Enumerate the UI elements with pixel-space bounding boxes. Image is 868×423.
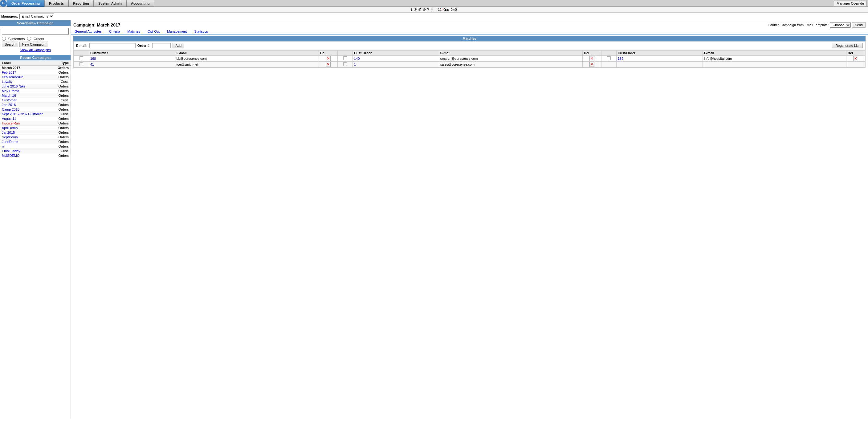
campaign-link[interactable]: FebDemoN02 [2,75,23,79]
show-all-campaigns-link[interactable]: Show All Campaigns [2,48,69,52]
search-button[interactable]: Search [2,41,18,47]
campaign-link[interactable]: Camp 2015 [2,107,20,111]
clock-icon[interactable]: ⏱ [418,7,422,12]
cust-order-link-3-0[interactable]: 189 [618,57,623,60]
search-input[interactable] [2,28,69,35]
list-item[interactable]: Camp 2015Orders [0,107,70,112]
orders-radio[interactable] [27,37,31,41]
launch-template-select[interactable]: Choose [830,22,851,28]
campaign-link[interactable]: AprilDemo [2,126,18,130]
del-cell-3-1 [846,62,865,67]
check-cell-1-0[interactable] [74,56,89,62]
cust-order-cell-2-1: 1 [352,62,439,67]
tab-statistics[interactable]: Statistics [193,29,209,34]
del-cell-1-1: ✕ [319,62,338,67]
campaign-link[interactable]: August11 [2,117,16,121]
customers-radio[interactable] [2,37,6,41]
matches-table-wrapper: Cust/Order E-mail Del Cust/Order E-mail … [73,50,866,68]
campaign-link[interactable]: June 2016 Nike [2,85,25,88]
nav-products[interactable]: Products [44,0,68,7]
check-cell-2-1[interactable] [337,62,352,67]
col-del-3: Del [846,51,865,56]
delete-icon-1-0[interactable]: ✕ [326,56,331,61]
campaign-link[interactable]: SeptDemo [2,135,18,139]
list-item[interactable]: May PromoOrders [0,89,70,93]
logo[interactable]: G [0,0,7,7]
manager-override-button[interactable]: Manager Override [834,1,867,6]
list-item[interactable]: August11Orders [0,117,70,121]
cust-order-cell-3-0: 189 [616,56,703,62]
list-item[interactable]: rrOrders [0,144,70,149]
campaign-link[interactable]: Customer [2,98,17,102]
list-item[interactable]: LoyaltyCust. [0,79,70,84]
col-del-2: Del [583,51,601,56]
nav-reporting[interactable]: Reporting [68,0,94,7]
col-label-header: Label [2,61,11,65]
campaign-link[interactable]: Jan2015 [2,131,15,134]
delete-icon-2-0[interactable]: ✕ [589,56,594,61]
tab-general-attributes[interactable]: General Attributes [73,29,103,34]
campaign-type: Cust. [61,149,69,153]
campaign-link[interactable]: Invoice Run [2,121,20,125]
list-item[interactable]: CustomerCust. [0,98,70,103]
info-icon[interactable]: ℹ [411,7,412,12]
cust-order-link-1-0[interactable]: 168 [90,57,96,60]
email-label: E-mail: [76,44,88,47]
campaign-link[interactable]: rr [2,144,4,148]
table-header-row: Cust/Order E-mail Del Cust/Order E-mail … [74,51,865,56]
campaign-link[interactable]: Email Today [2,149,20,153]
list-item[interactable]: Invoice RunOrders [0,121,70,126]
send-button[interactable]: Send [852,22,866,28]
list-item[interactable]: Jan2015Orders [0,130,70,135]
nav-order-processing[interactable]: Order Processing [7,0,44,7]
campaign-link[interactable]: Feb 2017 [2,70,16,74]
tabs-row: General Attributes Criteria Matches Opt-… [71,29,868,34]
delete-icon-2-1[interactable]: ✕ [589,62,594,67]
del-cell-1-0: ✕ [319,56,338,62]
cust-order-link-1-1[interactable]: 41 [90,63,94,66]
campaign-link[interactable]: JuneDemo [2,140,18,143]
list-item[interactable]: March 16Orders [0,93,70,98]
list-item[interactable]: MUSDEMOOrders [0,154,70,158]
email-input[interactable] [89,43,135,48]
campaign-link[interactable]: March 16 [2,94,16,97]
registered-icon[interactable]: ® [414,7,416,12]
list-item[interactable]: Jan 2016Orders [0,103,70,107]
campaign-name: March 2017 [97,23,120,27]
list-item[interactable]: Email TodayCust. [0,149,70,154]
regenerate-list-button[interactable]: Regenerate List [832,43,863,48]
managers-select[interactable]: Email Campaigns [20,13,54,19]
nav-system-admin[interactable]: System Admin [94,0,126,7]
campaign-link[interactable]: Jan 2016 [2,103,16,107]
list-item[interactable]: JuneDemoOrders [0,139,70,144]
close-icon[interactable]: ✕ [430,7,434,12]
help-icon[interactable]: ? [427,7,429,12]
tab-opt-out[interactable]: Opt-Out [146,29,161,34]
check-cell-2-0[interactable] [337,56,352,62]
list-item[interactable]: June 2016 NikeOrders [0,84,70,89]
delete-icon-3-0[interactable]: ✕ [853,56,858,61]
campaign-link[interactable]: Sept 2015 - New Customer [2,112,43,116]
order-input[interactable] [152,43,171,48]
check-cell-3-0 [601,56,616,62]
nav-accounting[interactable]: Accounting [126,0,154,7]
list-item[interactable]: FebDemoN02Orders [0,75,70,79]
new-campaign-button[interactable]: New Campaign [20,41,48,47]
tab-matches[interactable]: Matches [126,29,142,34]
delete-icon-1-1[interactable]: ✕ [326,62,331,67]
circle-minus-icon[interactable]: ⊖ [423,7,426,12]
check-cell-1-1[interactable] [74,62,89,67]
tab-criteria[interactable]: Criteria [108,29,121,34]
cust-order-link-2-0[interactable]: 140 [354,57,360,60]
campaign-link[interactable]: Loyalty [2,80,12,84]
list-item[interactable]: AprilDemoOrders [0,126,70,130]
tab-management[interactable]: Management [166,29,188,34]
list-item[interactable]: Sept 2015 - New CustomerCust. [0,112,70,117]
list-item[interactable]: SeptDemoOrders [0,135,70,139]
campaign-type: Orders [58,117,69,121]
list-item[interactable]: Feb 2017Orders [0,70,70,75]
campaign-link[interactable]: May Promo [2,89,19,93]
cust-order-link-2-1[interactable]: 1 [354,63,356,66]
campaign-link[interactable]: MUSDEMO [2,154,20,157]
add-button[interactable]: Add [173,43,184,48]
